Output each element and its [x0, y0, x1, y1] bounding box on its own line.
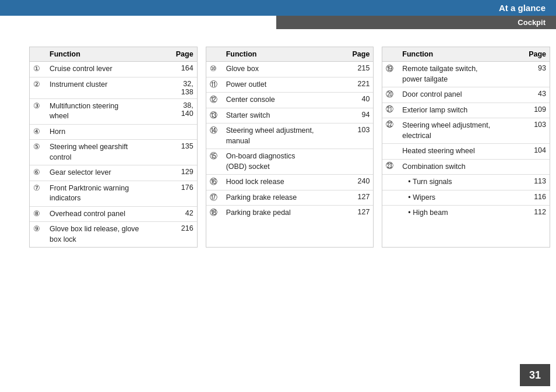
row-num	[382, 144, 399, 160]
table-row: • Turn signals 113	[382, 175, 550, 190]
page-number: 31	[520, 364, 550, 386]
table-row: ⑭ Steering wheel adjustment,manual 103	[206, 123, 374, 149]
row-page: 40	[342, 93, 373, 108]
row-function: Steering wheel gearshiftcontrol	[46, 140, 166, 165]
table-row: ⑫ Center console 40	[206, 93, 374, 108]
row-function: Multifunction steeringwheel	[46, 98, 166, 124]
row-num: ⑬	[206, 108, 223, 123]
row-num: ⑫	[206, 93, 223, 108]
row-function: Parking brake release	[223, 190, 343, 206]
row-function: Door control panel	[399, 87, 519, 103]
at-a-glance-title: At a glance	[0, 0, 556, 16]
table1-function-header: Function	[46, 47, 166, 62]
row-page: 176	[166, 181, 196, 206]
row-page: 216	[166, 222, 196, 248]
row-page: 112	[519, 206, 550, 221]
row-function: Front Parktronic warningindicators	[46, 181, 166, 206]
row-page: 127	[342, 190, 373, 206]
row-page: 38,140	[166, 98, 196, 124]
row-num: ③	[30, 98, 46, 124]
table-row: ⑲ Remote tailgate switch,power tailgate …	[382, 62, 550, 87]
table-row: ⑧ Overhead control panel 42	[30, 206, 197, 222]
table-row: ㉒ Steering wheel adjustment,electrical 1…	[382, 118, 550, 144]
row-num: ④	[30, 124, 46, 140]
table-row: ③ Multifunction steeringwheel 38,140	[30, 98, 197, 124]
row-function: • High beam	[399, 206, 519, 221]
row-function: Overhead control panel	[46, 206, 166, 222]
table2-page-header: Page	[342, 47, 373, 62]
row-function: Cruise control lever	[46, 62, 166, 77]
row-num	[382, 175, 399, 190]
row-page: 42	[166, 206, 196, 222]
row-function: Instrument cluster	[46, 77, 166, 98]
table-row: ⑬ Starter switch 94	[206, 108, 374, 123]
table-row: ⑳ Door control panel 43	[382, 87, 550, 103]
row-page	[342, 149, 373, 175]
table-row: ⑥ Gear selector lever 129	[30, 165, 197, 181]
table1-page-header: Page	[166, 47, 196, 62]
row-num: ⑤	[30, 140, 46, 165]
table-row: ⑪ Power outlet 221	[206, 77, 374, 93]
table-row: ㉓ Combination switch	[382, 159, 550, 175]
row-num	[382, 190, 399, 206]
row-num: ⑭	[206, 123, 223, 149]
table3-wrap: Function Page ⑲ Remote tailgate switch,p…	[382, 47, 550, 248]
row-function: • Wipers	[399, 190, 519, 206]
row-num: ②	[30, 77, 46, 98]
row-num: ⑩	[206, 62, 223, 77]
row-function: Glove box	[223, 62, 343, 77]
table1: Function Page ① Cruise control lever 164…	[30, 47, 197, 247]
row-num: ㉒	[382, 118, 399, 144]
table2: Function Page ⑩ Glove box 215 ⑪ Power ou…	[206, 47, 374, 221]
row-num: ⑮	[206, 149, 223, 175]
row-page: 103	[519, 118, 550, 144]
table-row: ④ Horn	[30, 124, 197, 140]
table2-num-header	[206, 47, 223, 62]
table-row: ② Instrument cluster 32,138	[30, 77, 197, 98]
table-row: ㉑ Exterior lamp switch 109	[382, 103, 550, 118]
row-num: ㉓	[382, 159, 399, 175]
table3-function-header: Function	[399, 47, 519, 62]
table-row: ⑱ Parking brake pedal 127	[206, 206, 374, 221]
row-function: Center console	[223, 93, 343, 108]
row-page: 135	[166, 140, 196, 165]
row-page: 104	[519, 144, 550, 160]
table2-function-header: Function	[223, 47, 343, 62]
table-row: ⑤ Steering wheel gearshiftcontrol 135	[30, 140, 197, 165]
row-function: Steering wheel adjustment,electrical	[399, 118, 519, 144]
row-num	[382, 206, 399, 221]
row-num: ①	[30, 62, 46, 77]
table-row: ⑮ On-board diagnostics(OBD) socket	[206, 149, 374, 175]
row-function: • Turn signals	[399, 175, 519, 190]
row-page: 127	[342, 206, 373, 221]
row-function: On-board diagnostics(OBD) socket	[223, 149, 343, 175]
row-num: ⑳	[382, 87, 399, 103]
row-num: ㉑	[382, 103, 399, 118]
row-page: 215	[342, 62, 373, 77]
row-function: Starter switch	[223, 108, 343, 123]
row-page: 103	[342, 123, 373, 149]
table1-num-header	[30, 47, 46, 62]
row-page: 116	[519, 190, 550, 206]
row-page	[519, 159, 550, 175]
row-num: ⑧	[30, 206, 46, 222]
table1-wrap: Function Page ① Cruise control lever 164…	[29, 47, 198, 248]
row-page: 164	[166, 62, 196, 77]
table-row: Heated steering wheel 104	[382, 144, 550, 160]
table-row: ① Cruise control lever 164	[30, 62, 197, 77]
row-function: Horn	[46, 124, 166, 140]
table-row: ⑦ Front Parktronic warningindicators 176	[30, 181, 197, 206]
row-function: Combination switch	[399, 159, 519, 175]
row-function: Power outlet	[223, 77, 343, 93]
header: At a glance Cockpit	[0, 0, 556, 29]
row-num: ⑨	[30, 222, 46, 248]
row-function: Parking brake pedal	[223, 206, 343, 221]
tables-container: Function Page ① Cruise control lever 164…	[29, 47, 550, 248]
row-num: ⑰	[206, 190, 223, 206]
table3-num-header	[382, 47, 399, 62]
row-page: 221	[342, 77, 373, 93]
table2-wrap: Function Page ⑩ Glove box 215 ⑪ Power ou…	[206, 47, 374, 248]
table3: Function Page ⑲ Remote tailgate switch,p…	[382, 47, 550, 221]
table-row: ⑰ Parking brake release 127	[206, 190, 374, 206]
row-num: ⑪	[206, 77, 223, 93]
